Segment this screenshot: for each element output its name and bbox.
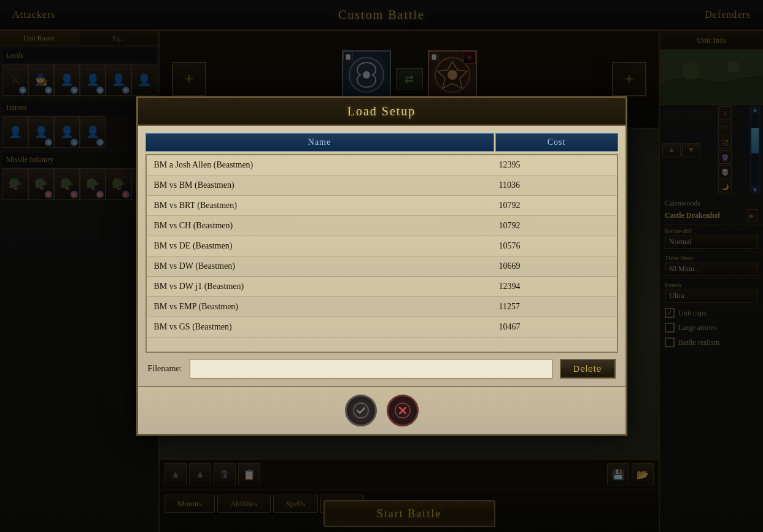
modal-body: Name Cost BM a Josh Allen (Beastmen)1239…: [138, 126, 626, 386]
modal-cancel-button[interactable]: [387, 395, 419, 426]
table-header: Name Cost: [145, 133, 618, 152]
modal-overlay: Load Setup Name Cost BM a Josh Allen (Be…: [0, 0, 763, 532]
table-row[interactable]: BM vs CH (Beastmen)10792: [147, 216, 617, 236]
modal-footer: [138, 386, 626, 434]
table-row[interactable]: BM vs EMP (Beastmen)11257: [147, 297, 617, 317]
table-row[interactable]: BM vs GS (Beastmen)10467: [147, 317, 617, 337]
table-row[interactable]: BM vs BRT (Beastmen)10792: [147, 196, 617, 216]
table-row[interactable]: BM a Josh Allen (Beastmen)12395: [147, 155, 617, 175]
table-row[interactable]: BM vs DE (Beastmen)10576: [147, 236, 617, 256]
modal-ok-button[interactable]: [345, 395, 377, 426]
table-scroll[interactable]: BM a Josh Allen (Beastmen)12395BM vs BM …: [147, 155, 617, 352]
col-header-name: Name: [145, 133, 494, 152]
table-container: BM a Josh Allen (Beastmen)12395BM vs BM …: [145, 154, 618, 353]
table-row[interactable]: BM vs DW (Beastmen)10669: [147, 256, 617, 277]
filename-input[interactable]: [190, 359, 553, 379]
svg-point-10: [354, 403, 368, 418]
table-row[interactable]: BM vs DW j1 (Beastmen)12394: [147, 277, 617, 297]
filename-row: Filename: Delete: [145, 359, 618, 379]
delete-button[interactable]: Delete: [560, 359, 615, 379]
modal-title-bar: Load Setup: [138, 98, 626, 126]
table-row[interactable]: BM vs BM (Beastmen)11036: [147, 175, 617, 196]
filename-label: Filename:: [148, 364, 182, 374]
col-header-cost: Cost: [495, 133, 618, 152]
modal-title: Load Setup: [347, 104, 416, 118]
load-setup-modal: Load Setup Name Cost BM a Josh Allen (Be…: [136, 96, 627, 436]
